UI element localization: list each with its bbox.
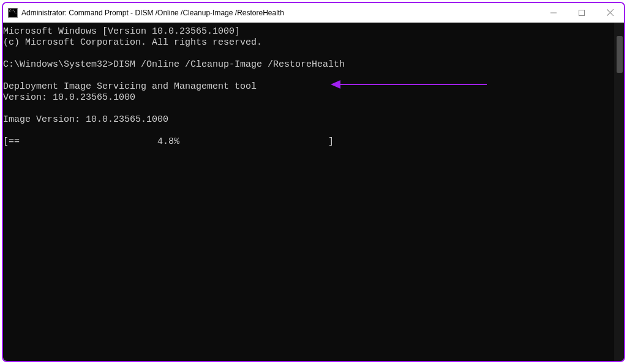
line-tool-name: Deployment Image Servicing and Managemen… [3,81,257,92]
window-title: Administrator: Command Prompt - DISM /On… [21,9,284,17]
line-copyright: (c) Microsoft Corporation. All rights re… [3,37,262,48]
window-frame: Administrator: Command Prompt - DISM /On… [2,2,625,362]
terminal-output: Microsoft Windows [Version 10.0.23565.10… [3,23,624,361]
line-progress: [== 4.8% ] [3,136,334,147]
terminal-area[interactable]: Microsoft Windows [Version 10.0.23565.10… [3,23,624,361]
line-image-version: Image Version: 10.0.23565.1000 [3,114,168,125]
minimize-icon [550,10,557,16]
cmd-icon [8,8,18,18]
window-controls [539,3,624,22]
line-tool-version: Version: 10.0.23565.1000 [3,92,135,103]
close-button[interactable] [596,3,624,22]
titlebar-left: Administrator: Command Prompt - DISM /On… [8,8,284,18]
line-version: Microsoft Windows [Version 10.0.23565.10… [3,26,240,37]
svg-rect-0 [579,10,585,15]
maximize-button[interactable] [568,3,596,22]
line-prompt: C:\Windows\System32>DISM /Online /Cleanu… [3,59,345,70]
minimize-button[interactable] [539,3,568,22]
close-icon [607,9,614,16]
maximize-icon [579,10,585,16]
titlebar[interactable]: Administrator: Command Prompt - DISM /On… [3,3,624,23]
scrollbar-track[interactable] [614,23,624,361]
scrollbar-thumb[interactable] [617,36,623,73]
